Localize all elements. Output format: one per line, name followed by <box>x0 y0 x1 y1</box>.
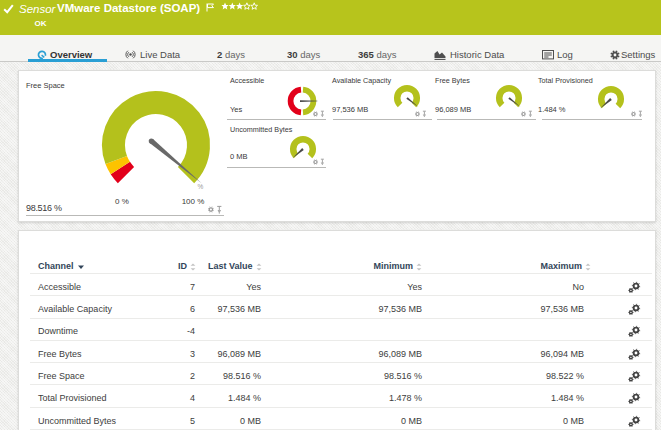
svg-text:%: % <box>198 183 204 190</box>
